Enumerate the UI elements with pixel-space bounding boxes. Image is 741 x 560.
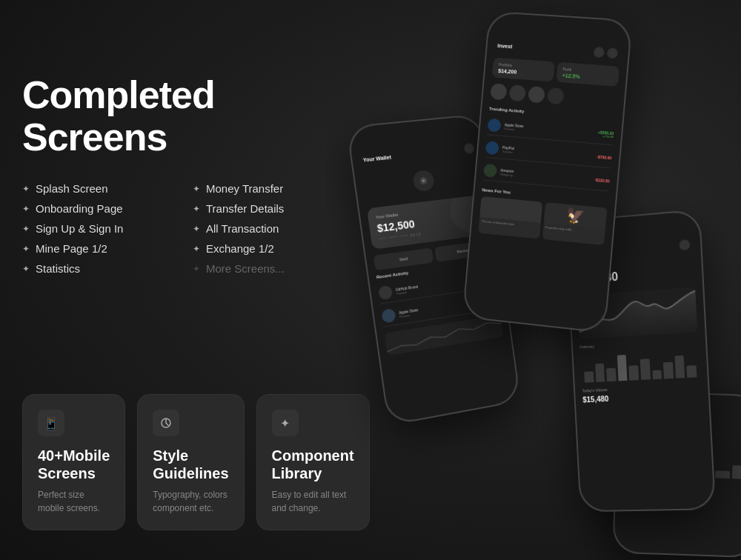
volume-value: $15,480 xyxy=(582,390,701,404)
diamond-icon-5: ✦ xyxy=(22,264,30,274)
avatar-1 xyxy=(490,83,507,100)
news-card-2: 🦅 Powerful entity in AI... xyxy=(542,202,607,245)
diamond-icon-3: ✦ xyxy=(22,224,30,234)
invest-icon-2 xyxy=(607,47,618,59)
page-title: Completed Screens xyxy=(22,74,348,159)
trending-right-1: +$350.20 ▲ View All xyxy=(597,130,614,139)
bar-7 xyxy=(652,370,662,379)
phone-invest-screen: Invest Portfolio $14,200 Profit +12.5% xyxy=(464,13,631,332)
diamond-icon-10: ✦ xyxy=(193,264,200,274)
bar-5 xyxy=(629,365,639,381)
diamond-icon-7: ✦ xyxy=(193,204,200,214)
news-row: The rise of financial crisis 🦅 Powerful … xyxy=(478,196,607,245)
invest-title: Invest xyxy=(497,43,512,49)
bars-chart xyxy=(580,347,700,383)
feature-signup: ✦ Sign Up & Sign In xyxy=(22,222,178,235)
diamond-icon-6: ✦ xyxy=(193,184,200,194)
trending-amount-3: -$120.50 xyxy=(594,178,609,184)
feature-mine-page: ✦ Mine Page 1/2 xyxy=(22,242,178,255)
star-decoration: ✳ xyxy=(412,170,435,193)
activity-avatar-1 xyxy=(378,285,393,301)
style-icon xyxy=(153,410,179,436)
feature-more-screens: ✦ More Screens... xyxy=(193,262,348,275)
card-mobile-screens: 📱 40+Mobile Screens Perfect size mobile … xyxy=(22,394,125,530)
card-desc-2: Typography, colors component etc. xyxy=(153,488,228,515)
invest-avatars xyxy=(490,83,617,109)
wallet-header-icon xyxy=(464,143,475,154)
trending-avatar-1 xyxy=(487,118,501,132)
feature-transfer-details: ✦ Transfer Details xyxy=(193,202,348,215)
left-content: Completed Screens ✦ Splash Screen ✦ Mone… xyxy=(22,74,348,304)
avatar-4 xyxy=(547,87,565,105)
bar-1 xyxy=(584,371,594,382)
invest-stats-row: Portfolio $14,200 Profit +12.5% xyxy=(492,58,619,87)
news-card-1: The rise of financial crisis xyxy=(478,196,542,239)
wallet-header: Your Wallet xyxy=(359,141,478,167)
bar-2 xyxy=(595,364,605,382)
pbar-7 xyxy=(732,465,741,479)
diamond-icon-4: ✦ xyxy=(22,244,30,254)
feature-money-transfer: ✦ Money Transfer xyxy=(193,182,348,195)
invest-icon-1 xyxy=(594,47,605,58)
invest-stat-1: Portfolio $14,200 xyxy=(492,58,555,82)
diamond-icon-8: ✦ xyxy=(193,224,200,234)
phone-invest-content: Invest Portfolio $14,200 Profit +12.5% xyxy=(464,13,631,332)
diamond-icon-9: ✦ xyxy=(193,244,200,254)
info-cards: 📱 40+Mobile Screens Perfect size mobile … xyxy=(22,394,363,530)
card-style-guidelines: Style Guidelines Typography, colors comp… xyxy=(137,394,244,530)
trending-info-2: PayPal Transfer xyxy=(502,144,593,160)
activity-avatar-2 xyxy=(381,308,396,324)
phone-invest: Invest Portfolio $14,200 Profit +12.5% xyxy=(462,11,633,333)
bar-6 xyxy=(640,359,651,380)
bar-3 xyxy=(606,368,616,381)
trending-avatar-2 xyxy=(485,141,499,155)
feature-exchange: ✦ Exchange 1/2 xyxy=(193,242,348,255)
diamond-icon-1: ✦ xyxy=(22,184,30,194)
trending-info-3: Amazon Shopping xyxy=(500,167,591,184)
card-title-2: Style Guidelines xyxy=(153,447,228,482)
trending-amount-2: -$750.00 xyxy=(597,155,611,161)
feature-splash-screen: ✦ Splash Screen xyxy=(22,182,178,195)
card-desc-1: Perfect size mobile screens. xyxy=(38,488,110,515)
avatar-3 xyxy=(528,86,545,104)
bar-4 xyxy=(617,355,628,381)
bar-8 xyxy=(663,362,674,379)
trending-avatar-3 xyxy=(483,164,497,178)
features-grid: ✦ Splash Screen ✦ Money Transfer ✦ Onboa… xyxy=(22,182,348,275)
feature-statistics: ✦ Statistics xyxy=(22,262,178,275)
diamond-icon-2: ✦ xyxy=(22,204,30,214)
stats-icon xyxy=(679,239,690,250)
bar-9 xyxy=(674,356,685,379)
phones-area: Your Wallet ✳ Your Wallet $12,500 **** *… xyxy=(326,0,741,560)
wallet-title: Your Wallet xyxy=(362,154,391,162)
feature-all-transaction: ✦ All Transaction xyxy=(193,222,348,235)
invest-header-icons xyxy=(594,47,618,59)
avatar-2 xyxy=(509,84,527,101)
feature-onboarding: ✦ Onboarding Page xyxy=(22,202,178,215)
mobile-icon: 📱 xyxy=(38,410,64,436)
card-title-1: 40+Mobile Screens xyxy=(38,447,110,482)
component-icon: ✦ xyxy=(272,410,299,436)
trending-info-1: Apple Store Finance xyxy=(504,122,594,138)
bar-10 xyxy=(687,365,697,378)
invest-stat-2: Profit +12.5% xyxy=(556,62,619,87)
invest-header: Invest xyxy=(494,39,622,61)
pbar-6 xyxy=(714,470,730,479)
